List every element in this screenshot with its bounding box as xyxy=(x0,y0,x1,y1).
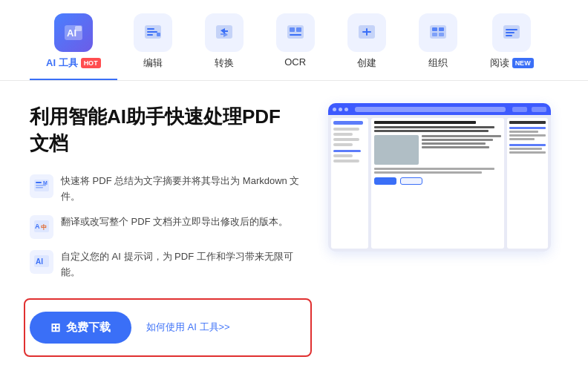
svg-rect-4 xyxy=(147,28,154,30)
mock-pdf-viewer xyxy=(328,103,551,252)
svg-rect-2 xyxy=(75,26,82,31)
convert-icon xyxy=(205,13,244,52)
nav-label-text: 编辑 xyxy=(143,56,163,70)
nav-item-ai-tools[interactable]: AI AI 工具 HOT xyxy=(30,13,117,80)
nav-label-text: 组织 xyxy=(428,56,448,70)
feature-item-translate: A 中 翻译或改写整个 PDF 文档并立即导出修改后的版本。 xyxy=(30,214,306,239)
svg-rect-18 xyxy=(439,27,444,31)
download-button[interactable]: ⊞ 免费下载 xyxy=(30,312,131,344)
svg-rect-19 xyxy=(432,33,437,36)
nav-label-organize: 组织 xyxy=(428,56,448,70)
right-section xyxy=(328,103,558,252)
mock-main-content xyxy=(371,118,504,249)
preview-image xyxy=(328,103,551,252)
svg-rect-22 xyxy=(506,29,517,30)
feature-icon-custom: AI xyxy=(30,250,53,274)
nav-label-ocr: OCR xyxy=(284,56,306,68)
svg-rect-26 xyxy=(36,182,42,183)
nav-label-edit: 编辑 xyxy=(143,56,163,70)
download-label: 免费下载 xyxy=(66,321,111,335)
svg-rect-11 xyxy=(296,27,301,32)
feature-icon-summary: M xyxy=(30,174,53,198)
svg-rect-28 xyxy=(36,187,43,188)
nav-item-edit[interactable]: 编辑 xyxy=(117,13,189,79)
edit-icon xyxy=(134,13,172,52)
feature-text-translate: 翻译或改写整个 PDF 文档并立即导出修改后的版本。 xyxy=(61,214,288,230)
mock-sidebar xyxy=(331,118,368,249)
nav-label-text: OCR xyxy=(284,56,306,68)
nav-item-organize[interactable]: 组织 xyxy=(402,13,474,79)
organize-icon xyxy=(419,13,457,52)
nav-label-read: 阅读 NEW xyxy=(490,56,534,70)
mock-right-panel xyxy=(507,118,548,249)
svg-rect-7 xyxy=(157,33,160,36)
svg-text:AI: AI xyxy=(36,257,43,266)
svg-rect-16 xyxy=(430,25,446,39)
ocr-icon xyxy=(276,13,315,52)
feature-text-summary: 快速将 PDF 总结为文字摘要并将其导出为 Markdown 文件。 xyxy=(61,174,306,205)
main-content: 利用智能AI助手快速处理PDF 文档 M 快速将 PDF 总结为文字摘要并将其导… xyxy=(0,81,588,369)
svg-text:M: M xyxy=(43,180,48,186)
mock-dot-1 xyxy=(333,108,336,111)
ai-tools-icon: AI xyxy=(54,13,93,52)
feature-item-summary: M 快速将 PDF 总结为文字摘要并将其导出为 Markdown 文件。 xyxy=(30,174,306,205)
svg-rect-5 xyxy=(147,31,157,33)
nav-item-create[interactable]: 创建 xyxy=(331,13,402,79)
nav-label-text: 转换 xyxy=(215,56,234,70)
mock-toolbar xyxy=(328,103,551,115)
read-icon xyxy=(492,13,531,52)
nav-item-read[interactable]: 阅读 NEW xyxy=(474,13,550,79)
feature-icon-translate: A 中 xyxy=(30,215,53,239)
svg-rect-6 xyxy=(147,34,153,36)
nav-label-create: 创建 xyxy=(357,56,376,70)
nav-bar: AI AI 工具 HOT 编辑 xyxy=(0,0,588,81)
svg-rect-15 xyxy=(362,31,371,33)
nav-label-ai-tools: AI 工具 HOT xyxy=(46,56,101,70)
hero-title: 利用智能AI助手快速处理PDF 文档 xyxy=(30,103,306,157)
new-badge: NEW xyxy=(512,58,534,69)
nav-label-text: AI 工具 xyxy=(46,56,78,70)
hero-title-line2: 文档 xyxy=(30,132,68,154)
nav-label-text: 阅读 xyxy=(490,56,509,70)
nav-item-ocr[interactable]: OCR xyxy=(260,13,331,76)
windows-icon: ⊞ xyxy=(50,321,60,335)
mock-body xyxy=(328,115,551,252)
hero-title-line1: 利用智能AI助手快速处理PDF xyxy=(30,105,281,128)
how-to-link[interactable]: 如何使用 AI 工具>> xyxy=(146,321,230,334)
nav-label-text: 创建 xyxy=(357,56,376,70)
svg-rect-23 xyxy=(506,32,514,33)
svg-rect-10 xyxy=(290,27,295,32)
create-icon xyxy=(347,13,386,52)
feature-item-custom: AI 自定义您的 AI 提示词，为 PDF 工作和学习带来无限可能。 xyxy=(30,249,306,280)
svg-rect-24 xyxy=(506,35,512,36)
svg-text:A: A xyxy=(35,223,40,230)
nav-label-convert: 转换 xyxy=(215,56,234,70)
svg-text:中: 中 xyxy=(41,224,47,231)
hot-badge: HOT xyxy=(81,58,101,69)
svg-rect-20 xyxy=(439,33,444,36)
left-section: 利用智能AI助手快速处理PDF 文档 M 快速将 PDF 总结为文字摘要并将其导… xyxy=(30,103,306,354)
button-area: ⊞ 免费下载 如何使用 AI 工具>> xyxy=(30,301,306,354)
nav-item-convert[interactable]: 转换 xyxy=(189,13,260,79)
how-to-label: 如何使用 AI 工具>> xyxy=(146,321,230,332)
svg-rect-9 xyxy=(287,25,304,39)
svg-rect-12 xyxy=(290,34,301,36)
mock-dot-2 xyxy=(339,108,342,111)
svg-rect-17 xyxy=(432,27,437,31)
mock-dot-3 xyxy=(344,108,348,111)
feature-text-custom: 自定义您的 AI 提示词，为 PDF 工作和学习带来无限可能。 xyxy=(61,249,306,280)
feature-list: M 快速将 PDF 总结为文字摘要并将其导出为 Markdown 文件。 A 中… xyxy=(30,174,306,280)
